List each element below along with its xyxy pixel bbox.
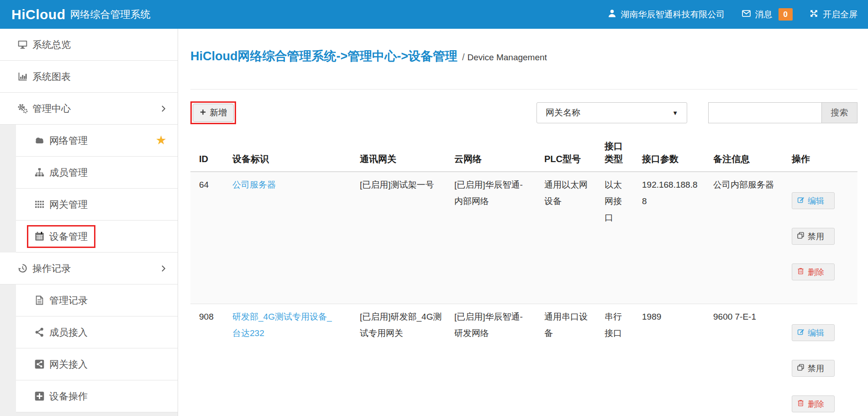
share-square-icon: [33, 358, 45, 370]
bar-chart-icon: [16, 71, 28, 83]
clone-icon: [797, 363, 805, 374]
sidebar-item-network-management[interactable]: 网络管理 ★: [16, 125, 178, 157]
top-header-bar: HiCloud 网络综合管理系统 湖南华辰智通科技有限公司 消息 0 开启全屏: [0, 0, 868, 29]
cell-plc: 通用串口设 备: [544, 304, 605, 416]
device-link[interactable]: 研发部_4G测试专用设备_ 台达232: [232, 312, 331, 338]
sidebar-item-gateway-access[interactable]: 网关接入: [16, 348, 178, 380]
cell-cloud: [已启用]华辰智通- 研发网络: [454, 304, 544, 416]
column-header-cloud: 云网络: [454, 140, 544, 172]
breadcrumb: HiCloud网络综合管理系统->管理中心->设备管理/Device Manag…: [190, 48, 857, 66]
column-header-remark: 备注信息: [713, 140, 792, 172]
page-title-en: Device Management: [468, 53, 547, 62]
column-header-iface-param: 接口参数: [642, 140, 713, 172]
search-group: 搜索: [708, 102, 857, 123]
expand-icon: [809, 9, 819, 21]
share-icon: [33, 326, 45, 338]
sidebar-item-gateway-management[interactable]: 网关管理: [16, 189, 178, 221]
company-name: 湖南华辰智通科技有限公司: [621, 9, 725, 21]
sidebar-item-system-charts[interactable]: 系统图表: [0, 61, 178, 93]
search-input[interactable]: [708, 102, 821, 123]
main-content: HiCloud网络综合管理系统->管理中心->设备管理/Device Manag…: [178, 29, 868, 416]
cell-plc: 通用以太网 设备: [544, 172, 605, 304]
table-row: 908 研发部_4G测试专用设备_ 台达232 [已启用]研发部_4G测 试专用…: [190, 304, 857, 416]
breadcrumb-path: HiCloud网络综合管理系统->管理中心->设备管理: [190, 49, 458, 63]
table-header-row: ID 设备标识 通讯网关 云网络 PLC型号 接口类型 接口参数 备注信息 操作: [190, 140, 857, 172]
sidebar-item-member-access[interactable]: 成员接入: [16, 316, 178, 348]
cell-remark: 9600 7-E-1: [713, 304, 792, 416]
app-title: 网络综合管理系统: [70, 8, 150, 21]
fullscreen-label: 开启全屏: [823, 9, 857, 21]
column-header-gateway: 通讯网关: [360, 140, 454, 172]
plus-square-icon: [33, 390, 45, 402]
disable-button[interactable]: 禁用: [792, 360, 835, 377]
cloud-icon: [33, 135, 45, 147]
search-button[interactable]: 搜索: [821, 102, 857, 123]
divider: [190, 89, 857, 90]
edit-icon: [797, 196, 805, 206]
monitor-icon: [16, 39, 28, 51]
cell-cloud: [已启用]华辰智通- 内部网络: [454, 172, 544, 304]
column-header-device: 设备标识: [232, 140, 360, 172]
delete-button[interactable]: 删除: [792, 263, 835, 280]
filter-selected-value: 网关名称: [546, 107, 580, 119]
sidebar-item-member-management[interactable]: 成员管理: [16, 157, 178, 189]
annotation-box-add-button: 新增: [190, 101, 236, 124]
document-icon: [33, 295, 45, 306]
messages-button[interactable]: 消息 0: [742, 8, 793, 21]
gears-icon: [16, 103, 28, 115]
sitemap-icon: [33, 167, 45, 179]
device-table: ID 设备标识 通讯网关 云网络 PLC型号 接口类型 接口参数 备注信息 操作…: [190, 140, 857, 416]
cell-gateway: [已启用]研发部_4G测 试专用网关: [360, 304, 454, 416]
company-menu[interactable]: 湖南华辰智通科技有限公司: [607, 9, 725, 21]
trash-icon: [797, 399, 805, 409]
sidebar-item-operation-records[interactable]: 操作记录: [0, 253, 178, 284]
calendar-icon: [33, 231, 45, 242]
delete-button[interactable]: 删除: [792, 395, 835, 412]
trash-icon: [797, 267, 805, 277]
cell-iface-param: 192.168.188.88: [642, 172, 713, 304]
cell-iface-param: 1989: [642, 304, 713, 416]
cell-iface-type: 以太 网接 口: [605, 172, 642, 304]
sidebar-item-admin-center[interactable]: 管理中心: [0, 93, 178, 125]
column-header-actions: 操作: [792, 140, 857, 172]
cell-gateway: [已启用]测试架一号: [360, 172, 454, 304]
sidebar: 系统总览 系统图表 管理中心 网络管理 ★ 成员管理 网关管理: [0, 29, 178, 416]
add-device-button[interactable]: 新增: [193, 104, 234, 122]
chevron-right-icon: [160, 264, 167, 273]
star-icon: ★: [156, 134, 167, 147]
edit-button[interactable]: 编辑: [792, 324, 835, 341]
cell-remark: 公司内部服务器: [713, 172, 792, 304]
device-link[interactable]: 公司服务器: [232, 180, 276, 190]
chevron-right-icon: [160, 104, 167, 113]
fullscreen-button[interactable]: 开启全屏: [809, 9, 857, 21]
breadcrumb-separator: /: [462, 52, 465, 62]
history-icon: [16, 263, 28, 274]
edit-button[interactable]: 编辑: [792, 192, 835, 209]
user-icon: [607, 9, 617, 21]
edit-icon: [797, 328, 805, 338]
column-header-plc: PLC型号: [544, 140, 605, 172]
cell-id: 64: [190, 172, 232, 304]
caret-down-icon: ▼: [672, 110, 678, 116]
app-logo: HiCloud: [11, 7, 65, 22]
grid-icon: [33, 199, 45, 211]
mail-icon: [742, 9, 751, 21]
messages-count-badge: 0: [779, 8, 793, 21]
sidebar-item-admin-records[interactable]: 管理记录: [16, 284, 178, 316]
cell-id: 908: [190, 304, 232, 416]
sidebar-item-device-management[interactable]: 设备管理: [16, 221, 178, 253]
annotation-box-device-management: 设备管理: [27, 225, 95, 248]
disable-button[interactable]: 禁用: [792, 228, 835, 245]
column-header-iface-type: 接口类型: [605, 140, 642, 172]
cell-iface-type: 串行 接口: [605, 304, 642, 416]
sidebar-item-system-overview[interactable]: 系统总览: [0, 29, 178, 61]
clone-icon: [797, 232, 805, 242]
column-header-id: ID: [190, 140, 232, 172]
plus-icon: [200, 108, 206, 118]
filter-field-select[interactable]: 网关名称 ▼: [537, 102, 687, 123]
sidebar-item-device-operation[interactable]: 设备操作: [16, 380, 178, 412]
table-row: 64 公司服务器 [已启用]测试架一号 [已启用]华辰智通- 内部网络 通用以太…: [190, 172, 857, 304]
toolbar: 新增 网关名称 ▼ 搜索: [190, 101, 857, 124]
messages-label: 消息: [755, 9, 773, 21]
